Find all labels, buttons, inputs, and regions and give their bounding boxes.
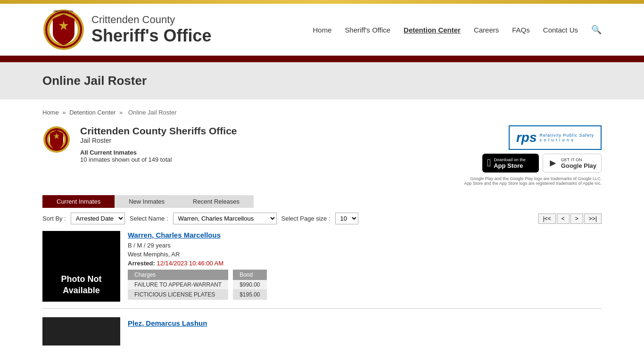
google-play-badge[interactable]: ► GET IT ON Google Play	[543, 154, 602, 173]
roster-header-left: Crittenden County Sheriffs Office Jail R…	[42, 125, 237, 163]
pagination-prev[interactable]: <	[557, 214, 570, 224]
site-header: CRITTENDEN CO. Crittenden County Sheriff…	[0, 4, 644, 56]
pagination-last[interactable]: >>|	[584, 214, 602, 224]
app-store-badge[interactable]:  Download on the App Store	[482, 154, 539, 173]
tab-recent-releases[interactable]: Recent Releases	[179, 195, 254, 208]
main-content: Home » Detention Center » Online Jail Ro…	[0, 99, 644, 355]
location-1: West Memphis, AR	[128, 251, 180, 258]
bond-row-2: $195.00	[233, 290, 266, 300]
roster-title-block: Crittenden County Sheriffs Office Jail R…	[80, 125, 237, 163]
roster-header: Crittenden County Sheriffs Office Jail R…	[42, 125, 602, 186]
sort-by-label: Sort By :	[42, 215, 66, 222]
pagination-next[interactable]: >	[570, 214, 583, 224]
page-size-select[interactable]: 10 25 50	[335, 213, 358, 224]
charges-area-1: Charges FAILURE TO APPEAR-WARRANT FICTIC…	[128, 270, 602, 300]
page-title: Online Jail Roster	[42, 74, 602, 88]
nav-faqs[interactable]: FAQs	[512, 26, 530, 34]
bond-table-1: Bond $990.00 $195.00	[233, 270, 266, 300]
sheriff-shield-icon: CRITTENDEN CO.	[42, 8, 85, 51]
bond-row-1: $990.00	[233, 280, 266, 290]
sort-by-select[interactable]: Arrested Date	[71, 213, 125, 224]
app-badges:  Download on the App Store ► GET IT ON …	[482, 154, 602, 173]
tab-new-inmates[interactable]: New Inmates	[115, 195, 179, 208]
logo-area: CRITTENDEN CO. Crittenden County Sheriff…	[42, 8, 212, 51]
nav-sheriffs-office[interactable]: Sheriff's Office	[345, 26, 391, 34]
roster-header-right: rps Relativity Public Safety s o l u t i…	[464, 125, 602, 186]
tabs-row: Current Inmates New Inmates Recent Relea…	[42, 195, 602, 208]
inmate-name-1[interactable]: Warren, Charles Marcellous	[128, 231, 602, 239]
arrested-label-1: Arrested: 12/14/2023 10:46:00 AM	[128, 260, 602, 267]
inmate-card-1: Photo NotAvailable Warren, Charles Marce…	[42, 231, 602, 309]
apple-icon: 	[487, 157, 491, 169]
charges-header-1: Charges	[128, 270, 228, 280]
roster-office-title: Crittenden County Sheriffs Office	[80, 125, 237, 137]
charge-1-1: FAILURE TO APPEAR-WARRANT	[128, 280, 228, 290]
inmate-photo-1: Photo NotAvailable	[42, 231, 120, 302]
inmate-race-sex-age-1: B / M / 29 years	[128, 242, 602, 249]
roster-shield-icon	[42, 125, 71, 154]
app-badges-note: Google Play and the Google Play logo are…	[464, 176, 602, 186]
bond-1-1: $990.00	[233, 280, 266, 290]
breadcrumb-detention[interactable]: Detention Center	[69, 109, 116, 116]
google-play-icon: ►	[548, 157, 558, 169]
top-gold-bar	[0, 0, 644, 4]
breadcrumb: Home » Detention Center » Online Jail Ro…	[42, 109, 602, 116]
charge-1-2: FICTICIOUS LICENSE PLATES	[128, 290, 228, 300]
race-1: B / M / 29 years	[128, 242, 171, 249]
app-store-text: Download on the App Store	[494, 157, 526, 169]
rps-text: rps	[516, 130, 537, 145]
nav-contact[interactable]: Contact Us	[543, 26, 578, 34]
inmate-location-1: West Memphis, AR	[128, 251, 602, 258]
search-icon[interactable]: 🔍	[591, 25, 602, 35]
download-on-label: Download on the	[494, 157, 526, 162]
controls-row: Sort By : Arrested Date Select Name : Wa…	[42, 213, 602, 224]
nav-detention-center[interactable]: Detention Center	[404, 26, 461, 34]
roster-subtitle: Jail Roster	[80, 137, 237, 144]
bond-1-2: $195.00	[233, 290, 266, 300]
breadcrumb-sep2: »	[119, 109, 124, 116]
inmate-photo-2	[42, 317, 120, 346]
app-store-name: App Store	[494, 162, 523, 169]
pagination: |<< < > >>|	[538, 214, 602, 224]
select-name-dropdown[interactable]: Warren, Charles Marcellous	[173, 213, 277, 224]
inmate-name-2[interactable]: Plez, Demarcus Lashun	[128, 317, 207, 327]
roster-all-current: All Current Inmates	[80, 149, 137, 156]
header-bottom-bar	[0, 56, 644, 62]
google-play-text: GET IT ON Google Play	[561, 157, 596, 169]
inmate-details-2: Plez, Demarcus Lashun	[128, 317, 207, 327]
select-name-label: Select Name :	[130, 215, 168, 222]
breadcrumb-current: Online Jail Roster	[128, 109, 177, 116]
nav-home[interactable]: Home	[313, 26, 332, 34]
google-play-name: Google Play	[561, 162, 596, 169]
rps-logo: rps Relativity Public Safety s o l u t i…	[509, 125, 602, 150]
breadcrumb-home[interactable]: Home	[42, 109, 59, 116]
main-nav: Home Sheriff's Office Detention Center C…	[313, 25, 602, 35]
pagination-first[interactable]: |<<	[538, 214, 556, 224]
bond-header-1: Bond	[233, 270, 266, 280]
charges-table-1: Charges FAILURE TO APPEAR-WARRANT FICTIC…	[128, 270, 228, 300]
charge-row-1: FAILURE TO APPEAR-WARRANT	[128, 280, 228, 290]
get-it-on-label: GET IT ON	[561, 157, 596, 162]
rps-line1: Relativity Public Safety	[539, 133, 594, 138]
svg-text:CRITTENDEN CO.: CRITTENDEN CO.	[54, 10, 74, 13]
photo-not-available-label: Photo NotAvailable	[61, 274, 102, 296]
inmate-card-2: Plez, Demarcus Lashun	[42, 315, 602, 346]
logo-text: Crittenden County Sheriff's Office	[91, 14, 212, 46]
breadcrumb-sep1: »	[62, 109, 67, 116]
charge-row-2: FICTICIOUS LICENSE PLATES	[128, 290, 228, 300]
inmate-details-1: Warren, Charles Marcellous B / M / 29 ye…	[128, 231, 602, 300]
office-name: Sheriff's Office	[91, 26, 212, 46]
rps-line2: s o l u t i o n s	[539, 138, 594, 142]
page-size-label: Select Page size :	[281, 215, 330, 222]
tab-current-inmates[interactable]: Current Inmates	[42, 195, 115, 208]
page-title-area: Online Jail Roster	[0, 62, 644, 99]
roster-info: All Current Inmates 10 inmates shown out…	[80, 149, 237, 163]
nav-careers[interactable]: Careers	[474, 26, 499, 34]
roster-shown-count: 10 inmates shown out of 149 total	[80, 156, 172, 163]
county-name: Crittenden County	[91, 14, 212, 26]
